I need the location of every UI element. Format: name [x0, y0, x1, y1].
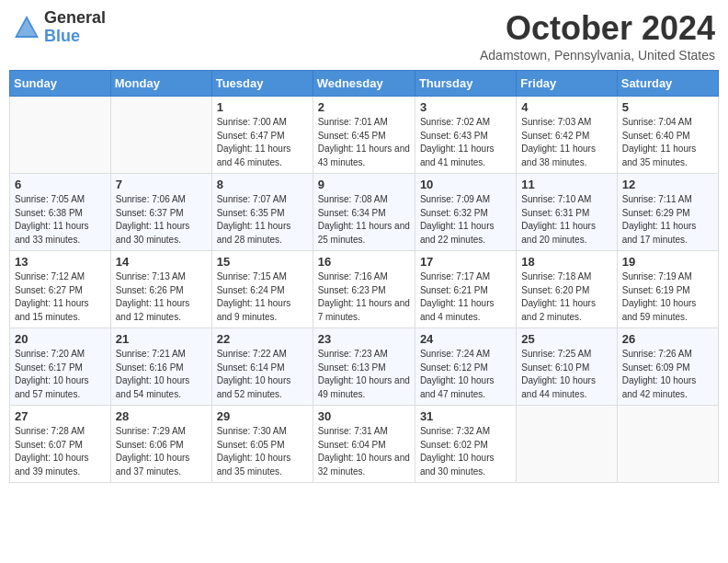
- day-info: Sunrise: 7:21 AMSunset: 6:16 PMDaylight:…: [116, 348, 207, 401]
- calendar-cell: 8Sunrise: 7:07 AMSunset: 6:35 PMDaylight…: [211, 174, 313, 251]
- calendar-cell: [10, 97, 111, 174]
- day-number: 13: [15, 255, 106, 269]
- calendar-cell: 17Sunrise: 7:17 AMSunset: 6:21 PMDayligh…: [415, 251, 516, 328]
- day-info: Sunrise: 7:15 AMSunset: 6:24 PMDaylight:…: [217, 270, 308, 324]
- day-number: 29: [217, 409, 308, 423]
- calendar-cell: 12Sunrise: 7:11 AMSunset: 6:29 PMDayligh…: [617, 174, 718, 251]
- day-number: 21: [116, 332, 207, 346]
- calendar-cell: 31Sunrise: 7:32 AMSunset: 6:02 PMDayligh…: [415, 406, 516, 483]
- day-number: 8: [217, 178, 308, 191]
- calendar-cell: 29Sunrise: 7:30 AMSunset: 6:05 PMDayligh…: [211, 406, 313, 483]
- calendar-cell: 2Sunrise: 7:01 AMSunset: 6:45 PMDaylight…: [313, 97, 415, 174]
- day-number: 22: [217, 332, 308, 346]
- day-number: 17: [420, 255, 511, 269]
- calendar-week-row: 1Sunrise: 7:00 AMSunset: 6:47 PMDaylight…: [10, 97, 719, 174]
- day-number: 3: [420, 100, 511, 114]
- calendar-cell: 1Sunrise: 7:00 AMSunset: 6:47 PMDaylight…: [211, 97, 313, 174]
- day-number: 16: [318, 255, 410, 269]
- day-number: 12: [622, 178, 713, 191]
- calendar-cell: 7Sunrise: 7:06 AMSunset: 6:37 PMDaylight…: [110, 174, 211, 251]
- calendar-cell: 30Sunrise: 7:31 AMSunset: 6:04 PMDayligh…: [313, 406, 415, 483]
- day-info: Sunrise: 7:11 AMSunset: 6:29 PMDaylight:…: [622, 193, 713, 247]
- day-number: 27: [15, 409, 106, 423]
- calendar-cell: 13Sunrise: 7:12 AMSunset: 6:27 PMDayligh…: [10, 251, 111, 328]
- day-info: Sunrise: 7:06 AMSunset: 6:37 PMDaylight:…: [116, 193, 207, 247]
- calendar-week-row: 6Sunrise: 7:05 AMSunset: 6:38 PMDaylight…: [10, 174, 719, 251]
- calendar-cell: [110, 97, 211, 174]
- column-header-wednesday: Wednesday: [313, 71, 415, 97]
- calendar-week-row: 27Sunrise: 7:28 AMSunset: 6:07 PMDayligh…: [10, 406, 719, 483]
- column-header-monday: Monday: [110, 71, 211, 97]
- calendar-cell: 9Sunrise: 7:08 AMSunset: 6:34 PMDaylight…: [313, 174, 415, 251]
- day-number: 30: [318, 409, 410, 423]
- day-info: Sunrise: 7:26 AMSunset: 6:09 PMDaylight:…: [622, 348, 713, 401]
- day-number: 31: [420, 409, 511, 423]
- calendar-cell: [617, 406, 718, 483]
- day-info: Sunrise: 7:12 AMSunset: 6:27 PMDaylight:…: [15, 270, 106, 324]
- day-info: Sunrise: 7:30 AMSunset: 6:05 PMDaylight:…: [217, 425, 308, 478]
- day-info: Sunrise: 7:25 AMSunset: 6:10 PMDaylight:…: [521, 348, 611, 401]
- calendar-cell: 25Sunrise: 7:25 AMSunset: 6:10 PMDayligh…: [517, 328, 617, 406]
- day-info: Sunrise: 7:08 AMSunset: 6:34 PMDaylight:…: [318, 193, 410, 247]
- day-info: Sunrise: 7:13 AMSunset: 6:26 PMDaylight:…: [116, 270, 207, 324]
- calendar-cell: 27Sunrise: 7:28 AMSunset: 6:07 PMDayligh…: [10, 406, 111, 483]
- calendar-cell: 4Sunrise: 7:03 AMSunset: 6:42 PMDaylight…: [517, 97, 617, 174]
- calendar-cell: 10Sunrise: 7:09 AMSunset: 6:32 PMDayligh…: [415, 174, 516, 251]
- calendar-cell: 23Sunrise: 7:23 AMSunset: 6:13 PMDayligh…: [313, 328, 415, 406]
- day-info: Sunrise: 7:00 AMSunset: 6:47 PMDaylight:…: [217, 116, 308, 169]
- day-number: 23: [318, 332, 410, 346]
- column-header-tuesday: Tuesday: [211, 71, 313, 97]
- calendar-cell: 16Sunrise: 7:16 AMSunset: 6:23 PMDayligh…: [313, 251, 415, 328]
- month-title: October 2024: [480, 9, 715, 48]
- day-info: Sunrise: 7:05 AMSunset: 6:38 PMDaylight:…: [15, 193, 106, 247]
- calendar-header-row: SundayMondayTuesdayWednesdayThursdayFrid…: [10, 71, 719, 97]
- logo-icon: [13, 14, 40, 41]
- calendar-cell: [517, 406, 617, 483]
- day-info: Sunrise: 7:31 AMSunset: 6:04 PMDaylight:…: [318, 425, 410, 478]
- day-info: Sunrise: 7:24 AMSunset: 6:12 PMDaylight:…: [420, 348, 511, 401]
- title-block: October 2024 Adamstown, Pennsylvania, Un…: [480, 9, 715, 63]
- calendar-cell: 24Sunrise: 7:24 AMSunset: 6:12 PMDayligh…: [415, 328, 516, 406]
- day-info: Sunrise: 7:03 AMSunset: 6:42 PMDaylight:…: [521, 116, 611, 169]
- day-info: Sunrise: 7:17 AMSunset: 6:21 PMDaylight:…: [420, 270, 511, 324]
- calendar-cell: 3Sunrise: 7:02 AMSunset: 6:43 PMDaylight…: [415, 97, 516, 174]
- day-info: Sunrise: 7:29 AMSunset: 6:06 PMDaylight:…: [116, 425, 207, 478]
- day-number: 2: [318, 100, 410, 114]
- day-info: Sunrise: 7:20 AMSunset: 6:17 PMDaylight:…: [15, 348, 106, 401]
- logo: General Blue: [13, 9, 106, 46]
- calendar-cell: 20Sunrise: 7:20 AMSunset: 6:17 PMDayligh…: [10, 328, 111, 406]
- day-info: Sunrise: 7:32 AMSunset: 6:02 PMDaylight:…: [420, 425, 511, 478]
- day-number: 15: [217, 255, 308, 269]
- page-header: General Blue October 2024 Adamstown, Pen…: [9, 9, 719, 63]
- calendar-cell: 19Sunrise: 7:19 AMSunset: 6:19 PMDayligh…: [617, 251, 718, 328]
- column-header-saturday: Saturday: [617, 71, 718, 97]
- calendar-cell: 14Sunrise: 7:13 AMSunset: 6:26 PMDayligh…: [110, 251, 211, 328]
- day-info: Sunrise: 7:19 AMSunset: 6:19 PMDaylight:…: [622, 270, 713, 324]
- calendar-week-row: 13Sunrise: 7:12 AMSunset: 6:27 PMDayligh…: [10, 251, 719, 328]
- day-number: 26: [622, 332, 713, 346]
- day-info: Sunrise: 7:07 AMSunset: 6:35 PMDaylight:…: [217, 193, 308, 247]
- day-number: 6: [15, 178, 106, 191]
- day-number: 7: [116, 178, 207, 191]
- day-number: 4: [521, 100, 611, 114]
- calendar-cell: 15Sunrise: 7:15 AMSunset: 6:24 PMDayligh…: [211, 251, 313, 328]
- day-info: Sunrise: 7:02 AMSunset: 6:43 PMDaylight:…: [420, 116, 511, 169]
- calendar-cell: 18Sunrise: 7:18 AMSunset: 6:20 PMDayligh…: [517, 251, 617, 328]
- location-text: Adamstown, Pennsylvania, United States: [480, 48, 715, 63]
- day-info: Sunrise: 7:09 AMSunset: 6:32 PMDaylight:…: [420, 193, 511, 247]
- day-number: 10: [420, 178, 511, 191]
- calendar-table: SundayMondayTuesdayWednesdayThursdayFrid…: [9, 70, 719, 483]
- calendar-cell: 21Sunrise: 7:21 AMSunset: 6:16 PMDayligh…: [110, 328, 211, 406]
- calendar-cell: 6Sunrise: 7:05 AMSunset: 6:38 PMDaylight…: [10, 174, 111, 251]
- day-number: 24: [420, 332, 511, 346]
- day-info: Sunrise: 7:10 AMSunset: 6:31 PMDaylight:…: [521, 193, 611, 247]
- day-number: 19: [622, 255, 713, 269]
- column-header-thursday: Thursday: [415, 71, 516, 97]
- calendar-cell: 28Sunrise: 7:29 AMSunset: 6:06 PMDayligh…: [110, 406, 211, 483]
- logo-text: General Blue: [44, 9, 106, 46]
- day-info: Sunrise: 7:16 AMSunset: 6:23 PMDaylight:…: [318, 270, 410, 324]
- calendar-cell: 22Sunrise: 7:22 AMSunset: 6:14 PMDayligh…: [211, 328, 313, 406]
- day-number: 9: [318, 178, 410, 191]
- day-info: Sunrise: 7:01 AMSunset: 6:45 PMDaylight:…: [318, 116, 410, 169]
- calendar-cell: 26Sunrise: 7:26 AMSunset: 6:09 PMDayligh…: [617, 328, 718, 406]
